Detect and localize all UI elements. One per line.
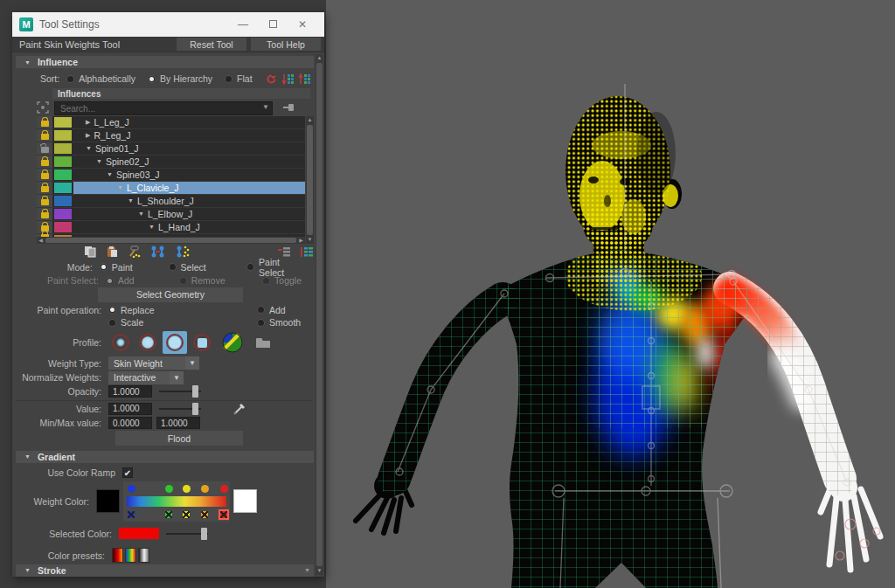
lock-toggle[interactable]	[37, 208, 52, 220]
op-scale-radio[interactable]: Scale	[108, 317, 205, 328]
paint-select-remove-radio[interactable]: Remove	[179, 275, 250, 286]
paint-select-add-radio[interactable]: Add	[106, 275, 167, 286]
expand-arrow-icon[interactable]: ▼	[96, 158, 102, 164]
value-slider[interactable]	[159, 403, 201, 415]
tree-vertical-scrollbar[interactable]: ▲ ▼	[306, 116, 314, 244]
min-value-field[interactable]	[108, 417, 152, 429]
mode-select-radio[interactable]: Select	[169, 262, 234, 273]
sort-by-hierarchy-radio[interactable]: By Hierarchy	[148, 73, 212, 84]
influence-color-swatch[interactable]	[54, 130, 72, 141]
image-brush-profile[interactable]	[222, 332, 243, 353]
color-ramp-widget[interactable]	[123, 481, 230, 522]
influence-color-swatch[interactable]	[54, 169, 72, 180]
influence-section-header[interactable]: ▼ Influence	[16, 56, 314, 68]
select-influence-icon[interactable]	[37, 101, 49, 114]
expand-arrow-icon[interactable]: ▼	[149, 224, 155, 230]
tool-help-button[interactable]: Tool Help	[251, 38, 321, 51]
weight-hammer-icon[interactable]	[128, 246, 142, 258]
brush-profile-square[interactable]	[190, 331, 214, 354]
value-field[interactable]	[108, 403, 152, 415]
flood-button[interactable]: Flood	[115, 431, 243, 445]
show-influenced-verts-icon[interactable]	[175, 246, 191, 258]
panel-scrollbar[interactable]: ▲ ▼	[316, 54, 323, 575]
scroll-left-icon[interactable]: ◀	[37, 237, 45, 243]
influence-row[interactable]: ▼Spine02_J	[37, 156, 305, 169]
influence-row[interactable]: ▼L_Shoulder_J	[37, 195, 305, 208]
influence-color-swatch[interactable]	[54, 156, 72, 167]
reset-tool-button[interactable]: Reset Tool	[177, 38, 246, 51]
opacity-slider-handle[interactable]	[192, 385, 198, 398]
lock-toggle[interactable]	[37, 116, 52, 128]
ramp-stop-delete[interactable]	[201, 511, 208, 518]
color-preset-rainbow[interactable]	[125, 548, 136, 563]
expand-list-icon[interactable]	[300, 246, 314, 258]
scroll-right-icon[interactable]: ▶	[297, 237, 305, 243]
browse-profile-folder-icon[interactable]	[255, 336, 271, 349]
titlebar[interactable]: M Tool Settings — ✕	[12, 12, 324, 37]
panel-scroll-up-icon[interactable]: ▲	[316, 54, 323, 62]
brush-profile-solid[interactable]	[163, 331, 187, 354]
copy-weights-icon[interactable]	[84, 246, 97, 258]
influence-color-swatch[interactable]	[54, 117, 72, 128]
scroll-down-icon[interactable]: ▼	[306, 236, 314, 244]
lock-toggle[interactable]	[37, 156, 52, 168]
influence-color-swatch[interactable]	[54, 196, 72, 206]
influence-row[interactable]: ▶L_Leg_J	[37, 116, 305, 129]
expand-arrow-icon[interactable]: ▼	[107, 171, 113, 177]
close-button[interactable]: ✕	[288, 18, 317, 31]
color-preset-red-ramp[interactable]	[112, 548, 123, 563]
op-smooth-radio[interactable]: Smooth	[257, 317, 301, 328]
3d-viewport[interactable]	[326, 0, 895, 588]
expand-arrow-icon[interactable]: ▼	[86, 145, 92, 151]
max-value-field[interactable]	[156, 417, 200, 429]
paste-weights-icon[interactable]	[106, 246, 119, 258]
ramp-stop-handle[interactable]	[201, 485, 209, 493]
selected-color-swatch[interactable]	[119, 528, 159, 539]
influence-color-swatch[interactable]	[54, 183, 72, 193]
influence-row[interactable]: ▼Spine03_J	[37, 169, 305, 182]
opacity-slider[interactable]	[159, 385, 201, 398]
ramp-stop-delete[interactable]	[165, 511, 172, 518]
sort-alphabetically-radio[interactable]: Alphabetically	[66, 73, 135, 84]
weight-color-high-swatch[interactable]	[233, 489, 257, 513]
opacity-field[interactable]	[108, 385, 152, 398]
influence-row[interactable]: ▼Spine01_J	[37, 142, 305, 156]
color-ramp-bar[interactable]	[127, 496, 226, 507]
ramp-stop-delete[interactable]	[183, 511, 190, 518]
eyedropper-icon[interactable]	[232, 402, 246, 416]
maximize-button[interactable]	[258, 18, 288, 31]
tree-horizontal-scrollbar[interactable]: ◀ ▶	[37, 237, 305, 244]
refresh-influences-icon[interactable]	[266, 73, 277, 85]
value-slider-handle[interactable]	[192, 403, 198, 415]
search-dropdown-icon[interactable]: ▼	[262, 103, 269, 111]
weight-type-dropdown[interactable]: Skin Weight▼	[108, 356, 199, 370]
gradient-section-header[interactable]: ▼ Gradient	[16, 451, 314, 463]
selected-color-slider[interactable]	[166, 528, 208, 540]
influence-row[interactable]: ▶R_Leg_J	[37, 129, 305, 142]
lock-toggle[interactable]	[37, 195, 52, 207]
collapse-list-icon[interactable]	[277, 246, 291, 258]
use-color-ramp-checkbox[interactable]: ✔	[122, 467, 133, 478]
expand-arrow-icon[interactable]: ▶	[86, 119, 90, 126]
paint-select-toggle-radio[interactable]: Toggle	[262, 275, 302, 286]
ramp-stop-handle[interactable]	[128, 485, 135, 493]
normalize-weights-dropdown[interactable]: Interactive▼	[108, 371, 184, 384]
lock-toggle[interactable]	[37, 169, 52, 181]
hscroll-thumb[interactable]	[45, 238, 296, 243]
panel-scroll-thumb[interactable]	[316, 63, 323, 566]
mode-paint-radio[interactable]: Paint	[100, 262, 156, 273]
ramp-stop-delete[interactable]	[128, 511, 135, 518]
expand-arrow-icon[interactable]: ▼	[138, 211, 144, 217]
weight-color-low-swatch[interactable]	[96, 489, 120, 513]
minimize-button[interactable]: —	[228, 18, 258, 31]
panel-scroll-down-icon[interactable]: ▼	[316, 567, 323, 575]
influence-color-swatch[interactable]	[54, 222, 72, 232]
op-replace-radio[interactable]: Replace	[108, 305, 205, 315]
ramp-stop-handle[interactable]	[220, 485, 228, 493]
search-input[interactable]	[54, 101, 273, 115]
expand-arrow-icon[interactable]: ▶	[86, 132, 90, 139]
brush-profile-soft[interactable]	[108, 331, 133, 354]
color-preset-grayscale[interactable]	[138, 548, 149, 563]
panel-scroll-down-icon[interactable]: ▼	[304, 567, 310, 573]
influence-row-selected[interactable]: ▼L_Clavicle_J	[37, 182, 305, 195]
